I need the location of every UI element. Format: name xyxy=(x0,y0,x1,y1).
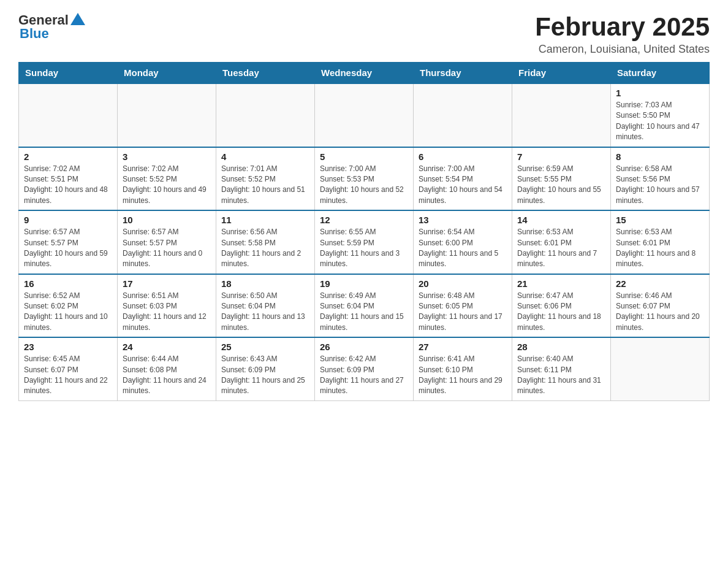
calendar-cell xyxy=(216,83,315,147)
day-info: Sunrise: 6:56 AMSunset: 5:58 PMDaylight:… xyxy=(221,227,309,270)
day-number: 9 xyxy=(24,215,112,225)
day-number: 18 xyxy=(221,278,309,289)
calendar-cell: 28Sunrise: 6:40 AMSunset: 6:11 PMDayligh… xyxy=(512,337,611,400)
calendar-cell: 9Sunrise: 6:57 AMSunset: 5:57 PMDaylight… xyxy=(19,210,118,274)
day-number: 26 xyxy=(320,342,408,352)
calendar-day-header-sunday: Sunday xyxy=(19,63,118,84)
day-number: 10 xyxy=(123,215,211,225)
day-number: 27 xyxy=(419,342,507,352)
day-info: Sunrise: 6:53 AMSunset: 6:01 PMDaylight:… xyxy=(517,227,605,270)
day-number: 14 xyxy=(517,215,605,225)
calendar-cell: 26Sunrise: 6:42 AMSunset: 6:09 PMDayligh… xyxy=(315,337,414,400)
day-number: 5 xyxy=(320,151,408,162)
calendar-cell xyxy=(512,83,611,147)
day-number: 1 xyxy=(616,88,704,98)
day-info: Sunrise: 7:00 AMSunset: 5:54 PMDaylight:… xyxy=(419,164,507,207)
day-number: 20 xyxy=(419,278,507,289)
calendar-cell: 23Sunrise: 6:45 AMSunset: 6:07 PMDayligh… xyxy=(19,337,118,400)
calendar-cell: 22Sunrise: 6:46 AMSunset: 6:07 PMDayligh… xyxy=(611,274,710,338)
calendar-cell: 12Sunrise: 6:55 AMSunset: 5:59 PMDayligh… xyxy=(315,210,414,274)
day-number: 19 xyxy=(320,278,408,289)
day-info: Sunrise: 6:52 AMSunset: 6:02 PMDaylight:… xyxy=(24,291,112,334)
day-info: Sunrise: 6:53 AMSunset: 6:01 PMDaylight:… xyxy=(616,227,704,270)
day-number: 24 xyxy=(123,342,211,352)
day-info: Sunrise: 7:01 AMSunset: 5:52 PMDaylight:… xyxy=(221,164,309,207)
day-number: 21 xyxy=(517,278,605,289)
day-number: 12 xyxy=(320,215,408,225)
calendar-cell xyxy=(315,83,414,147)
day-number: 28 xyxy=(517,342,605,352)
calendar-cell xyxy=(414,83,512,147)
calendar-week-row: 23Sunrise: 6:45 AMSunset: 6:07 PMDayligh… xyxy=(19,337,710,400)
calendar-day-header-saturday: Saturday xyxy=(611,63,710,84)
day-number: 3 xyxy=(123,151,211,162)
calendar-week-row: 9Sunrise: 6:57 AMSunset: 5:57 PMDaylight… xyxy=(19,210,710,274)
day-info: Sunrise: 7:02 AMSunset: 5:51 PMDaylight:… xyxy=(24,164,112,207)
logo-triangle-icon xyxy=(70,13,85,25)
day-info: Sunrise: 6:46 AMSunset: 6:07 PMDaylight:… xyxy=(616,291,704,334)
page-header: General Blue February 2025 Cameron, Loui… xyxy=(18,12,710,56)
day-info: Sunrise: 6:51 AMSunset: 6:03 PMDaylight:… xyxy=(123,291,211,334)
calendar-day-header-monday: Monday xyxy=(118,63,216,84)
calendar-day-header-tuesday: Tuesday xyxy=(216,63,315,84)
day-number: 2 xyxy=(24,151,112,162)
calendar-week-row: 2Sunrise: 7:02 AMSunset: 5:51 PMDaylight… xyxy=(19,147,710,211)
day-info: Sunrise: 6:57 AMSunset: 5:57 PMDaylight:… xyxy=(123,227,211,270)
day-number: 4 xyxy=(221,151,309,162)
calendar-day-header-friday: Friday xyxy=(512,63,611,84)
calendar-table: SundayMondayTuesdayWednesdayThursdayFrid… xyxy=(18,62,710,401)
calendar-cell: 11Sunrise: 6:56 AMSunset: 5:58 PMDayligh… xyxy=(216,210,315,274)
day-info: Sunrise: 7:03 AMSunset: 5:50 PMDaylight:… xyxy=(616,100,704,143)
calendar-cell: 13Sunrise: 6:54 AMSunset: 6:00 PMDayligh… xyxy=(414,210,512,274)
day-info: Sunrise: 6:59 AMSunset: 5:55 PMDaylight:… xyxy=(517,164,605,207)
calendar-week-row: 1Sunrise: 7:03 AMSunset: 5:50 PMDaylight… xyxy=(19,83,710,147)
day-info: Sunrise: 6:49 AMSunset: 6:04 PMDaylight:… xyxy=(320,291,408,334)
day-info: Sunrise: 6:43 AMSunset: 6:09 PMDaylight:… xyxy=(221,354,309,397)
day-number: 13 xyxy=(419,215,507,225)
day-number: 22 xyxy=(616,278,704,289)
calendar-cell: 24Sunrise: 6:44 AMSunset: 6:08 PMDayligh… xyxy=(118,337,216,400)
calendar-cell: 7Sunrise: 6:59 AMSunset: 5:55 PMDaylight… xyxy=(512,147,611,211)
day-info: Sunrise: 6:57 AMSunset: 5:57 PMDaylight:… xyxy=(24,227,112,270)
calendar-cell: 19Sunrise: 6:49 AMSunset: 6:04 PMDayligh… xyxy=(315,274,414,338)
calendar-cell: 2Sunrise: 7:02 AMSunset: 5:51 PMDaylight… xyxy=(19,147,118,211)
calendar-cell: 21Sunrise: 6:47 AMSunset: 6:06 PMDayligh… xyxy=(512,274,611,338)
day-number: 16 xyxy=(24,278,112,289)
calendar-cell: 20Sunrise: 6:48 AMSunset: 6:05 PMDayligh… xyxy=(414,274,512,338)
day-info: Sunrise: 6:50 AMSunset: 6:04 PMDaylight:… xyxy=(221,291,309,334)
day-number: 8 xyxy=(616,151,704,162)
day-info: Sunrise: 7:02 AMSunset: 5:52 PMDaylight:… xyxy=(123,164,211,207)
day-info: Sunrise: 6:48 AMSunset: 6:05 PMDaylight:… xyxy=(419,291,507,334)
calendar-cell: 1Sunrise: 7:03 AMSunset: 5:50 PMDaylight… xyxy=(611,83,710,147)
logo-blue-text: Blue xyxy=(20,26,49,41)
day-number: 11 xyxy=(221,215,309,225)
page-title: February 2025 xyxy=(535,12,710,42)
day-info: Sunrise: 7:00 AMSunset: 5:53 PMDaylight:… xyxy=(320,164,408,207)
day-info: Sunrise: 6:42 AMSunset: 6:09 PMDaylight:… xyxy=(320,354,408,397)
calendar-cell: 25Sunrise: 6:43 AMSunset: 6:09 PMDayligh… xyxy=(216,337,315,400)
day-info: Sunrise: 6:44 AMSunset: 6:08 PMDaylight:… xyxy=(123,354,211,397)
calendar-cell: 3Sunrise: 7:02 AMSunset: 5:52 PMDaylight… xyxy=(118,147,216,211)
logo: General Blue xyxy=(18,12,85,42)
calendar-cell: 14Sunrise: 6:53 AMSunset: 6:01 PMDayligh… xyxy=(512,210,611,274)
calendar-cell: 8Sunrise: 6:58 AMSunset: 5:56 PMDaylight… xyxy=(611,147,710,211)
calendar-cell: 15Sunrise: 6:53 AMSunset: 6:01 PMDayligh… xyxy=(611,210,710,274)
calendar-cell: 6Sunrise: 7:00 AMSunset: 5:54 PMDaylight… xyxy=(414,147,512,211)
day-info: Sunrise: 6:54 AMSunset: 6:00 PMDaylight:… xyxy=(419,227,507,270)
calendar-day-header-wednesday: Wednesday xyxy=(315,63,414,84)
day-number: 25 xyxy=(221,342,309,352)
day-info: Sunrise: 6:58 AMSunset: 5:56 PMDaylight:… xyxy=(616,164,704,207)
calendar-header-row: SundayMondayTuesdayWednesdayThursdayFrid… xyxy=(19,63,710,84)
day-number: 23 xyxy=(24,342,112,352)
calendar-cell: 18Sunrise: 6:50 AMSunset: 6:04 PMDayligh… xyxy=(216,274,315,338)
day-number: 7 xyxy=(517,151,605,162)
day-number: 17 xyxy=(123,278,211,289)
day-number: 15 xyxy=(616,215,704,225)
calendar-cell: 27Sunrise: 6:41 AMSunset: 6:10 PMDayligh… xyxy=(414,337,512,400)
calendar-week-row: 16Sunrise: 6:52 AMSunset: 6:02 PMDayligh… xyxy=(19,274,710,338)
calendar-cell: 16Sunrise: 6:52 AMSunset: 6:02 PMDayligh… xyxy=(19,274,118,338)
calendar-day-header-thursday: Thursday xyxy=(414,63,512,84)
day-info: Sunrise: 6:47 AMSunset: 6:06 PMDaylight:… xyxy=(517,291,605,334)
day-info: Sunrise: 6:40 AMSunset: 6:11 PMDaylight:… xyxy=(517,354,605,397)
calendar-cell: 17Sunrise: 6:51 AMSunset: 6:03 PMDayligh… xyxy=(118,274,216,338)
